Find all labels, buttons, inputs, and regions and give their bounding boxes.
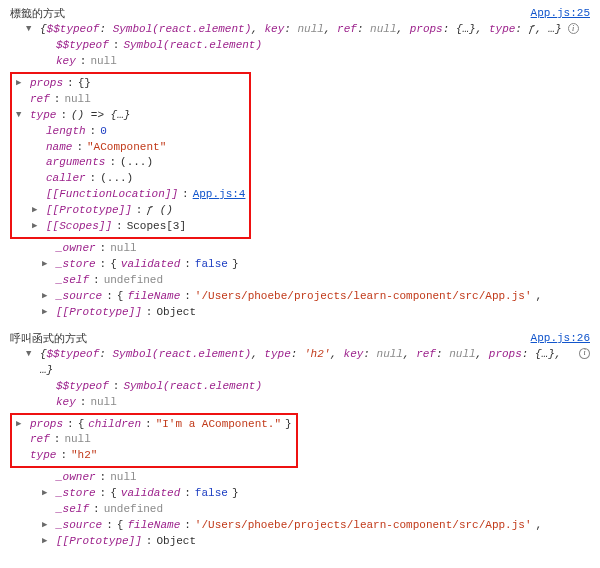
prop-value: null	[64, 432, 90, 448]
object-property: ▶caller: (...)	[16, 171, 245, 187]
prop-value: null	[110, 241, 136, 257]
expand-down-icon[interactable]: ▼	[26, 348, 34, 361]
prop-key: caller	[46, 171, 86, 187]
prop-key: $$typeof	[56, 38, 109, 54]
prop-key: _owner	[56, 241, 96, 257]
prop-key: [[Prototype]]	[56, 534, 142, 550]
prop-value: undefined	[104, 502, 163, 518]
log-header: 標籤的方式App.js:25	[10, 6, 590, 22]
prop-key: type	[30, 108, 56, 124]
info-icon[interactable]: i	[568, 23, 579, 34]
object-property: ▶key: null	[10, 54, 590, 70]
prop-key: ref	[30, 432, 50, 448]
prop-value: '/Users/phoebe/projects/learn-component/…	[195, 518, 532, 534]
expand-right-icon[interactable]: ▶	[42, 535, 50, 548]
info-icon[interactable]: i	[579, 348, 590, 359]
object-property: ▶_owner: null	[10, 470, 590, 486]
expand-down-icon[interactable]: ▼	[26, 23, 34, 36]
prop-key: length	[46, 124, 86, 140]
object-property[interactable]: ▶_store: {validated: false}	[10, 486, 590, 502]
prop-key: [[FunctionLocation]]	[46, 187, 178, 203]
object-property[interactable]: ▶props: {}	[16, 76, 245, 92]
object-property: ▶arguments: (...)	[16, 155, 245, 171]
log-header: 呼叫函式的方式App.js:26	[10, 331, 590, 347]
object-property[interactable]: ▶_source: {fileName: '/Users/phoebe/proj…	[10, 518, 590, 534]
prop-key: [[Prototype]]	[46, 203, 132, 219]
prop-key: validated	[121, 257, 180, 273]
highlighted-props: ▶props: {children: "I'm a AComponent."}▶…	[10, 413, 298, 469]
prop-value: {	[117, 289, 124, 305]
prop-key: _source	[56, 518, 102, 534]
prop-value: 0	[100, 124, 107, 140]
prop-value: undefined	[104, 273, 163, 289]
expand-right-icon[interactable]: ▶	[42, 290, 50, 303]
object-property[interactable]: ▼type: () => {…}	[16, 108, 245, 124]
expand-right-icon[interactable]: ▶	[32, 204, 40, 217]
object-property[interactable]: ▶[[Prototype]]: Object	[10, 534, 590, 550]
prop-value: false	[195, 486, 228, 502]
object-property: ▶$$typeof: Symbol(react.element)	[10, 38, 590, 54]
prop-value: null	[90, 54, 116, 70]
prop-key: fileName	[127, 518, 180, 534]
prop-value: {	[110, 486, 117, 502]
prop-value: {	[117, 518, 124, 534]
prop-value: {	[78, 417, 85, 433]
source-link[interactable]: App.js:25	[531, 6, 590, 22]
object-property: ▶[[FunctionLocation]]: App.js:4	[16, 187, 245, 203]
expand-right-icon[interactable]: ▶	[42, 487, 50, 500]
expand-right-icon[interactable]: ▶	[42, 306, 50, 319]
prop-value: Symbol(react.element)	[123, 38, 262, 54]
expand-right-icon[interactable]: ▶	[16, 418, 24, 431]
prop-key: validated	[121, 486, 180, 502]
object-property[interactable]: ▶_store: {validated: false}	[10, 257, 590, 273]
prop-value: }	[232, 257, 239, 273]
prop-key: ref	[30, 92, 50, 108]
object-property: ▶ref: null	[16, 92, 245, 108]
expand-right-icon[interactable]: ▶	[42, 519, 50, 532]
expand-right-icon[interactable]: ▶	[42, 258, 50, 271]
object-property: ▶_self: undefined	[10, 273, 590, 289]
object-property[interactable]: ▶[[Prototype]]: ƒ ()	[16, 203, 245, 219]
prop-value: Scopes[3]	[127, 219, 186, 235]
prop-key: props	[30, 417, 63, 433]
source-link[interactable]: App.js:4	[193, 187, 246, 203]
console-log-group: 呼叫函式的方式App.js:26▼{$$typeof: Symbol(react…	[10, 331, 590, 550]
prop-key: _self	[56, 502, 89, 518]
prop-value: "AComponent"	[87, 140, 166, 156]
prop-key: [[Scopes]]	[46, 219, 112, 235]
log-label: 標籤的方式	[10, 6, 65, 22]
prop-key: _owner	[56, 470, 96, 486]
expand-right-icon[interactable]: ▶	[16, 77, 24, 90]
object-preview[interactable]: ▼{$$typeof: Symbol(react.element), type:…	[10, 347, 590, 379]
prop-value: ƒ ()	[146, 203, 172, 219]
expand-down-icon[interactable]: ▼	[16, 109, 24, 122]
prop-value: }	[232, 486, 239, 502]
log-label: 呼叫函式的方式	[10, 331, 87, 347]
prop-value: Symbol(react.element)	[123, 379, 262, 395]
prop-key: key	[56, 54, 76, 70]
prop-key: children	[88, 417, 141, 433]
object-property[interactable]: ▶[[Scopes]]: Scopes[3]	[16, 219, 245, 235]
prop-value: ,	[536, 289, 543, 305]
expand-right-icon[interactable]: ▶	[32, 220, 40, 233]
prop-key: _store	[56, 257, 96, 273]
prop-value: Object	[156, 305, 196, 321]
object-preview[interactable]: ▼{$$typeof: Symbol(react.element), key: …	[10, 22, 590, 38]
object-property[interactable]: ▶_source: {fileName: '/Users/phoebe/proj…	[10, 289, 590, 305]
object-property: ▶name: "AComponent"	[16, 140, 245, 156]
prop-key: arguments	[46, 155, 105, 171]
prop-value: Object	[156, 534, 196, 550]
object-property: ▶type: "h2"	[16, 448, 292, 464]
object-property[interactable]: ▶[[Prototype]]: Object	[10, 305, 590, 321]
object-property: ▶_self: undefined	[10, 502, 590, 518]
prop-value: "I'm a AComponent."	[156, 417, 281, 433]
prop-key: fileName	[127, 289, 180, 305]
object-property: ▶length: 0	[16, 124, 245, 140]
source-link[interactable]: App.js:26	[531, 331, 590, 347]
object-property[interactable]: ▶props: {children: "I'm a AComponent."}	[16, 417, 292, 433]
prop-key: _self	[56, 273, 89, 289]
prop-key: $$typeof	[56, 379, 109, 395]
prop-key: _source	[56, 289, 102, 305]
prop-key: key	[56, 395, 76, 411]
prop-value: (...)	[120, 155, 153, 171]
